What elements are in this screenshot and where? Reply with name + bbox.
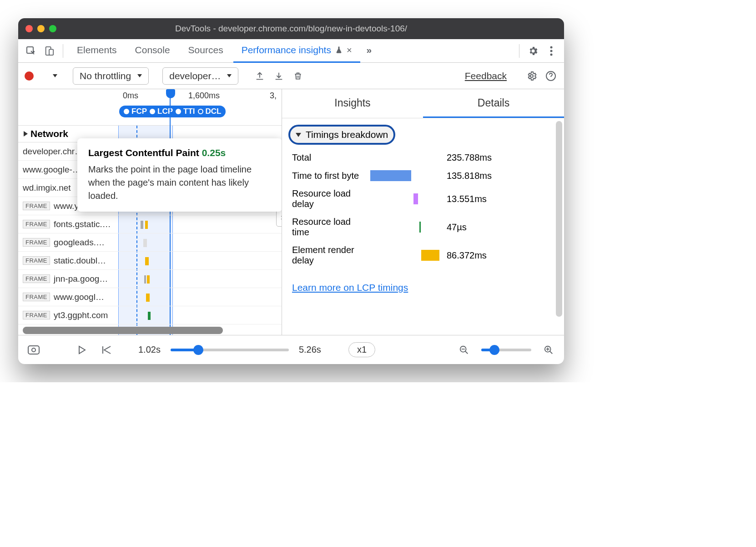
svg-point-5: [550, 53, 553, 56]
close-window-button[interactable]: [25, 25, 33, 32]
devtools-tabbar: Elements Console Sources Performance ins…: [18, 39, 564, 63]
marker-dcl[interactable]: DCL: [198, 107, 222, 116]
horizontal-scrollbar[interactable]: [23, 327, 223, 334]
tooltip-value: 0.25s: [202, 147, 226, 158]
network-row[interactable]: FRAMEyt3.ggpht.com: [18, 306, 282, 324]
host-label: static.doubl…: [54, 256, 106, 266]
feedback-link[interactable]: Feedback: [465, 71, 507, 81]
timeline-pane: 0ms 1,600ms 3, FCP LCP TTI DCL Network d…: [18, 89, 282, 335]
time-slider[interactable]: [171, 349, 289, 351]
metric-label: Resource load time: [292, 217, 365, 238]
tick-label: 1,600ms: [188, 91, 220, 101]
frame-badge: FRAME: [23, 238, 50, 247]
playhead-handle[interactable]: [166, 89, 175, 98]
record-button[interactable]: [25, 71, 34, 81]
tab-details[interactable]: Details: [423, 89, 564, 118]
svg-point-4: [550, 50, 553, 52]
host-label: jnn-pa.goog…: [54, 274, 108, 284]
flask-icon: [335, 46, 343, 55]
download-icon[interactable]: [272, 69, 286, 83]
frame-badge: FRAME: [23, 311, 50, 319]
details-pane: Insights Details Timings breakdown Total…: [282, 89, 564, 335]
network-row[interactable]: FRAMEjnn-pa.goog…: [18, 270, 282, 288]
close-tab-icon[interactable]: ×: [347, 45, 352, 56]
slider-thumb[interactable]: [489, 345, 499, 355]
zoom-slider[interactable]: [481, 349, 531, 351]
device-toggle-icon[interactable]: [41, 43, 57, 59]
host-label: www.google-…: [23, 165, 81, 175]
kebab-menu-icon[interactable]: [543, 43, 559, 59]
network-row[interactable]: FRAMEwww.googl…: [18, 288, 282, 306]
timing-markers: FCP LCP TTI DCL: [119, 106, 226, 117]
tab-sources[interactable]: Sources: [180, 39, 232, 63]
network-row[interactable]: FRAMEgoogleads.…: [18, 233, 282, 252]
network-row[interactable]: FRAMEstatic.doubl…: [18, 252, 282, 270]
trash-icon[interactable]: [291, 69, 305, 83]
playback-footer: 1.02s 5.26s x1: [18, 335, 564, 364]
zoom-out-icon[interactable]: [457, 343, 471, 357]
tab-performance-insights[interactable]: Performance insights ×: [233, 39, 360, 63]
marker-fcp[interactable]: FCP: [124, 107, 147, 116]
metric-value: 13.551ms: [447, 194, 487, 204]
tab-insights[interactable]: Insights: [282, 89, 423, 118]
metric-value: 235.788ms: [447, 152, 492, 163]
metric-bar-track: [370, 152, 438, 163]
tab-elements[interactable]: Elements: [69, 39, 125, 63]
chevron-down-icon: [227, 74, 232, 77]
settings-icon[interactable]: [525, 43, 541, 59]
timeline-ruler[interactable]: 0ms 1,600ms 3, FCP LCP TTI DCL: [18, 89, 282, 126]
lcp-tooltip: Largest Contentful Paint 0.25s Marks the…: [77, 138, 282, 212]
metric-label: Element render delay: [292, 245, 365, 266]
play-icon[interactable]: [75, 343, 89, 357]
perf-toolbar: No throttling developer… Feedback: [18, 63, 564, 89]
tick-label: 0ms: [123, 91, 138, 101]
svg-point-9: [32, 348, 35, 352]
frame-badge: FRAME: [23, 202, 50, 210]
panel-settings-icon[interactable]: [525, 69, 539, 83]
metric-label: Total: [292, 152, 365, 163]
marker-lcp[interactable]: LCP: [150, 107, 173, 116]
throttle-select[interactable]: No throttling: [73, 67, 149, 85]
minimize-window-button[interactable]: [37, 25, 45, 32]
window-titlebar: DevTools - developer.chrome.com/blog/new…: [18, 18, 564, 39]
vertical-scrollbar[interactable]: [556, 121, 562, 317]
host-label: fonts.gstatic.…: [54, 219, 111, 229]
host-label: developer.chr…: [23, 147, 83, 157]
maximize-window-button[interactable]: [49, 25, 56, 32]
learn-more-link[interactable]: Learn more on LCP timings: [292, 282, 554, 293]
metric-bar-track: [370, 250, 438, 261]
help-icon[interactable]: [544, 69, 558, 83]
timings-breakdown-header[interactable]: Timings breakdown: [288, 125, 395, 145]
inspect-icon[interactable]: [23, 43, 39, 59]
metric-row: Time to first byte135.818ms: [282, 167, 564, 185]
record-dropdown-icon[interactable]: [53, 74, 57, 77]
frame-badge: FRAME: [23, 293, 50, 301]
svg-point-3: [550, 46, 553, 48]
metric-row: Total235.788ms: [282, 148, 564, 167]
network-row[interactable]: FRAMEfonts.gstatic.…: [18, 215, 282, 233]
preview-icon[interactable]: [26, 343, 41, 357]
metric-bar-track: [370, 222, 438, 233]
host-label: www.googl…: [54, 292, 104, 302]
tab-console[interactable]: Console: [127, 39, 178, 63]
tooltip-description: Marks the point in the page load timelin…: [88, 163, 271, 203]
slider-thumb[interactable]: [193, 345, 203, 355]
metric-bar-track: [370, 193, 438, 204]
metric-value: 135.818ms: [447, 171, 492, 181]
metric-row: Element render delay86.372ms: [282, 241, 564, 269]
zoom-level[interactable]: x1: [348, 342, 375, 357]
frame-badge: FRAME: [23, 274, 50, 283]
frame-badge: FRAME: [23, 256, 50, 265]
svg-rect-2: [49, 49, 53, 55]
target-select[interactable]: developer…: [162, 67, 238, 85]
frame-badge: FRAME: [23, 220, 50, 228]
tick-label: 3,: [270, 91, 277, 101]
rewind-icon[interactable]: [99, 343, 114, 357]
tabs-overflow-button[interactable]: »: [362, 39, 377, 63]
marker-tti[interactable]: TTI: [176, 107, 195, 116]
window-title: DevTools - developer.chrome.com/blog/new…: [175, 24, 407, 34]
host-label: yt3.ggpht.com: [54, 310, 108, 320]
zoom-in-icon[interactable]: [541, 343, 556, 357]
throttle-value: No throttling: [80, 71, 131, 81]
upload-icon[interactable]: [253, 69, 267, 83]
